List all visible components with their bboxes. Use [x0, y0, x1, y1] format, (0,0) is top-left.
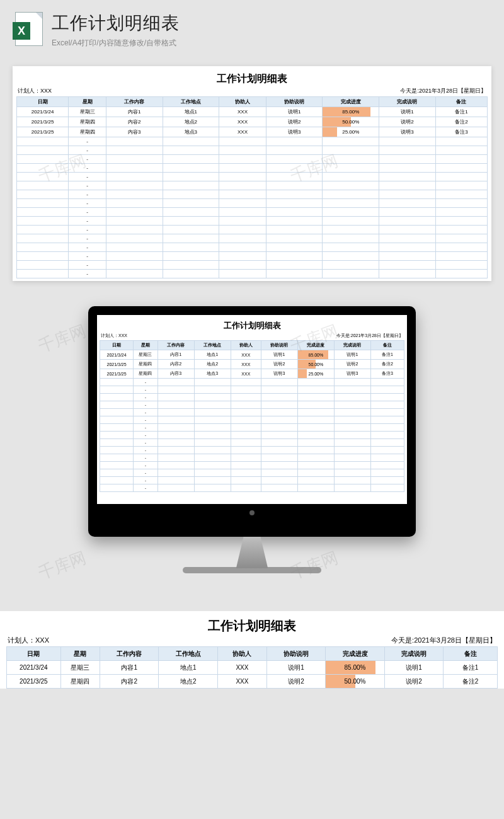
table-cell	[17, 146, 69, 155]
table-cell	[158, 424, 194, 432]
table-cell	[219, 234, 266, 243]
table-cell	[100, 386, 134, 394]
table-row: -	[100, 447, 404, 454]
table-cell	[17, 155, 69, 164]
table-cell	[435, 137, 487, 146]
table-cell	[297, 416, 334, 424]
table-cell: 星期三	[60, 661, 100, 675]
table-cell	[158, 469, 194, 477]
table-cell	[219, 226, 266, 234]
table-cell	[261, 416, 297, 424]
table-cell	[297, 439, 334, 447]
table-cell: 说明1	[334, 350, 370, 360]
table-cell	[297, 484, 334, 492]
table-cell: 说明1	[266, 107, 323, 117]
planner-label: 计划人：XXX	[101, 333, 127, 339]
table-cell	[435, 164, 487, 173]
table-cell	[334, 424, 370, 432]
table-row: -	[17, 252, 488, 261]
table-row: -	[100, 401, 404, 409]
table-cell	[435, 243, 487, 252]
table-cell	[370, 424, 404, 432]
table-cell: 说明2	[266, 117, 323, 127]
table-cell	[100, 416, 134, 424]
table-cell	[297, 424, 334, 432]
table-cell	[100, 439, 134, 447]
page-header: X 工作计划明细表 Excel/A4打印/内容随意修改/自带格式	[0, 0, 504, 51]
table-cell	[106, 234, 163, 243]
table-row: -	[17, 243, 488, 252]
table-cell	[163, 217, 219, 226]
table-cell: 说明2	[379, 117, 436, 127]
table-cell	[323, 270, 379, 278]
table-cell	[370, 416, 404, 424]
table-row: 2021/3/24星期三内容1地点1XXX说明185.00%说明1备注1	[7, 661, 498, 675]
table-cell: 说明1	[384, 661, 443, 675]
planner-label: 计划人：XXX	[8, 636, 49, 645]
plan-table: 日期星期工作内容工作地点协助人协助说明完成进度完成说明备注 2021/3/24星…	[16, 96, 488, 278]
table-cell	[261, 386, 297, 394]
table-cell	[17, 243, 69, 252]
table-cell	[370, 401, 404, 409]
table-cell	[163, 261, 219, 270]
table-cell	[334, 462, 370, 469]
table-cell	[261, 462, 297, 469]
table-cell	[163, 243, 219, 252]
table-cell	[435, 270, 487, 278]
table-cell: -	[69, 208, 106, 217]
column-header: 协助人	[231, 341, 261, 350]
table-cell	[334, 477, 370, 484]
table-row: -	[17, 226, 488, 234]
table-cell	[219, 199, 266, 208]
table-cell	[379, 137, 436, 146]
table-cell	[106, 217, 163, 226]
table-cell	[323, 243, 379, 252]
table-cell: 2021/3/25	[100, 360, 134, 369]
table-cell	[323, 181, 379, 190]
table-cell: -	[134, 409, 158, 416]
table-cell	[323, 226, 379, 234]
table-cell	[334, 454, 370, 462]
table-cell: -	[134, 439, 158, 447]
table-cell: 说明3	[379, 127, 436, 137]
table-cell	[261, 454, 297, 462]
table-cell: 50.00%	[323, 117, 379, 127]
table-cell	[231, 462, 261, 469]
column-header: 备注	[370, 341, 404, 350]
table-cell	[194, 416, 231, 424]
table-cell	[334, 416, 370, 424]
table-cell	[297, 454, 334, 462]
table-row: -	[17, 181, 488, 190]
table-cell	[106, 137, 163, 146]
table-cell	[370, 439, 404, 447]
table-cell	[379, 252, 436, 261]
table-cell	[297, 469, 334, 477]
table-cell	[261, 394, 297, 401]
table-cell: 2021/3/25	[7, 675, 61, 689]
table-cell	[379, 217, 436, 226]
table-cell	[194, 439, 231, 447]
table-cell	[379, 164, 436, 173]
monitor-stand	[224, 537, 280, 568]
table-cell	[163, 199, 219, 208]
monitor-mockup: 工作计划明细表 计划人：XXX 今天是:2021年3月28日【星期日】 日期星期…	[0, 306, 504, 573]
table-cell	[231, 424, 261, 432]
table-cell	[17, 199, 69, 208]
column-header: 工作内容	[158, 341, 194, 350]
table-cell	[266, 137, 323, 146]
table-cell	[261, 379, 297, 386]
table-cell	[334, 469, 370, 477]
table-cell	[219, 173, 266, 181]
table-cell	[100, 447, 134, 454]
table-row: -	[17, 199, 488, 208]
table-cell	[17, 252, 69, 261]
table-cell	[435, 181, 487, 190]
table-cell	[106, 261, 163, 270]
table-cell: 备注3	[370, 369, 404, 379]
table-row: -	[100, 409, 404, 416]
table-cell	[435, 146, 487, 155]
plan-table: 日期星期工作内容工作地点协助人协助说明完成进度完成说明备注 2021/3/24星…	[6, 646, 498, 689]
table-cell	[17, 234, 69, 243]
table-cell	[370, 447, 404, 454]
sheet-title: 工作计划明细表	[100, 318, 404, 333]
